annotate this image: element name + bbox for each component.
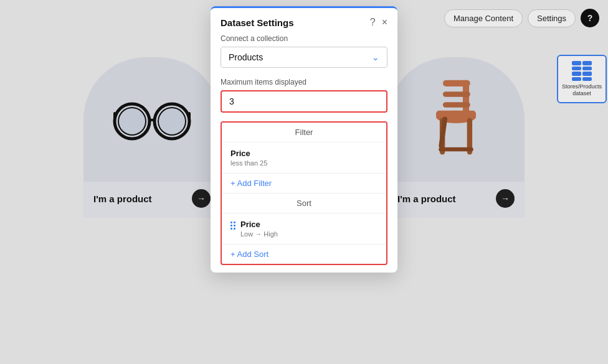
sort-field-value: Low → High [240, 230, 278, 238]
modal-header: Dataset Settings ? × [211, 8, 397, 34]
filter-section-header: Filter [222, 123, 386, 142]
max-items-input[interactable] [221, 90, 387, 113]
filter-field-value: less than 25 [230, 159, 378, 167]
add-filter-link[interactable]: + Add Filter [222, 174, 386, 194]
collection-dropdown[interactable]: Products ⌄ [221, 47, 387, 68]
modal-help-button[interactable]: ? [370, 17, 376, 28]
modal-overlay: Dataset Settings ? × Connect a collectio… [0, 0, 608, 364]
filter-sort-section: Filter Price less than 25 + Add Filter S… [221, 121, 387, 265]
modal-title: Dataset Settings [221, 17, 294, 28]
max-items-section: Maximum items displayed [221, 78, 387, 121]
filter-field-name: Price [230, 149, 378, 158]
max-items-label: Maximum items displayed [221, 78, 387, 86]
sort-row-price: Price Low → High [222, 213, 386, 245]
add-sort-link[interactable]: + Add Sort [222, 245, 386, 264]
filter-row-price: Price less than 25 [222, 142, 386, 174]
sort-field-info: Price Low → High [240, 220, 278, 238]
modal-close-button[interactable]: × [382, 17, 387, 28]
collection-value: Products [229, 52, 263, 62]
sort-section-header: Sort [222, 194, 386, 213]
drag-handle-icon[interactable] [230, 222, 235, 230]
dataset-settings-modal: Dataset Settings ? × Connect a collectio… [211, 6, 397, 273]
connect-collection-label: Connect a collection [221, 34, 387, 43]
modal-header-actions: ? × [370, 17, 387, 28]
sort-field-name: Price [240, 220, 278, 229]
chevron-down-icon: ⌄ [372, 52, 379, 62]
modal-body: Connect a collection Products ⌄ Maximum … [211, 34, 397, 265]
